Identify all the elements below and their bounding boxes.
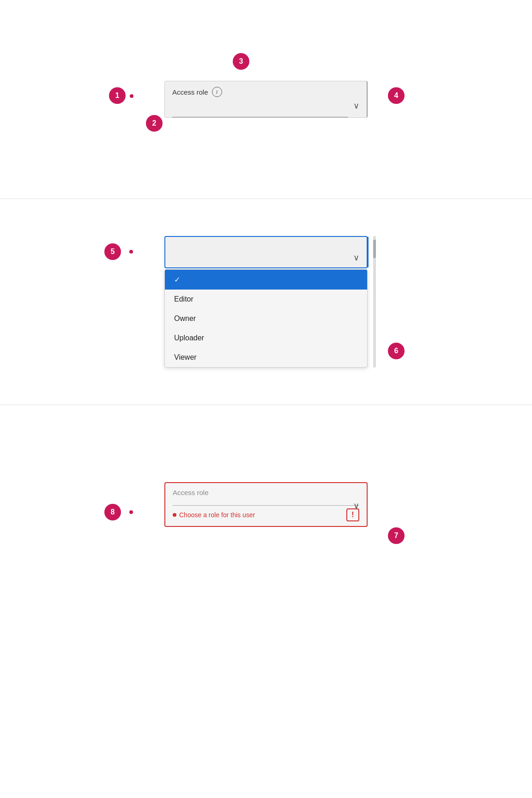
dropdown-label-normal: Access role i [172,87,359,97]
section1-content: 3 1 2 4 Access role i [164,81,368,118]
right-border-indicator [367,237,369,267]
dropdown-error-box[interactable]: Access role ∨ Choose a role for this use… [164,482,368,527]
annotation-badge-2: 2 [146,115,163,132]
access-role-label: Access role [172,88,208,96]
option-checkmark[interactable]: ✓ [165,270,367,290]
scrollbar[interactable] [373,236,376,368]
dropdown-underline [172,117,348,117]
section2-content: 5 6 ∨ ✓ Editor Owner [164,236,368,368]
option-editor-label: Editor [174,295,193,303]
chevron-down-icon[interactable]: ∨ [353,101,359,111]
dropdown-open-box[interactable]: ∨ [164,236,368,268]
error-dot [173,513,176,517]
selected-checkmark: ✓ [174,275,180,284]
option-uploader[interactable]: Uploader [165,328,367,348]
chevron-down-icon-open[interactable]: ∨ [353,253,359,263]
option-uploader-label: Uploader [174,334,204,342]
error-exclamation-icon: ! [346,508,359,521]
annotation-badge-1: 1 [109,87,126,104]
section-open-dropdown: 5 6 ∨ ✓ Editor Owner [0,199,532,405]
option-viewer[interactable]: Viewer [165,348,367,367]
dropdown-error-label: Access role [173,489,359,496]
scrollbar-thumb[interactable] [373,240,376,258]
annotation-badge-4: 4 [388,87,405,104]
dropdown-error-underline [173,505,359,506]
error-message-row: Choose a role for this user ! [173,508,359,521]
annotation-badge-6: 6 [388,343,405,359]
option-editor[interactable]: Editor [165,290,367,309]
section3-content: 7 8 Access role ∨ Choose a role for this… [164,482,368,527]
error-text: Choose a role for this user [173,511,255,519]
connector-dot-5 [129,250,133,254]
annotation-badge-5: 5 [104,243,121,260]
dropdown-box-normal[interactable]: Access role i ∨ [164,81,368,118]
option-owner[interactable]: Owner [165,309,367,328]
option-viewer-label: Viewer [174,353,197,361]
access-role-dropdown-normal[interactable]: Access role i ∨ [164,81,368,118]
connector-dot-1 [130,94,133,98]
option-owner-label: Owner [174,314,196,322]
dropdown-options-list[interactable]: ✓ Editor Owner Uploader Viewer [164,269,368,368]
annotation-badge-3: 3 [233,53,249,70]
annotation-badge-7: 7 [388,527,405,544]
info-icon[interactable]: i [212,87,222,97]
connector-dot-8 [129,510,133,514]
section-error-state: 7 8 Access role ∨ Choose a role for this… [0,405,532,604]
error-message-label: Choose a role for this user [179,511,255,519]
annotation-badge-8: 8 [104,504,121,520]
access-role-dropdown-open[interactable]: ∨ ✓ Editor Owner Uploader Viewer [164,236,368,368]
access-role-dropdown-error[interactable]: Access role ∨ Choose a role for this use… [164,482,368,527]
section-normal-state: 3 1 2 4 Access role i [0,0,532,199]
